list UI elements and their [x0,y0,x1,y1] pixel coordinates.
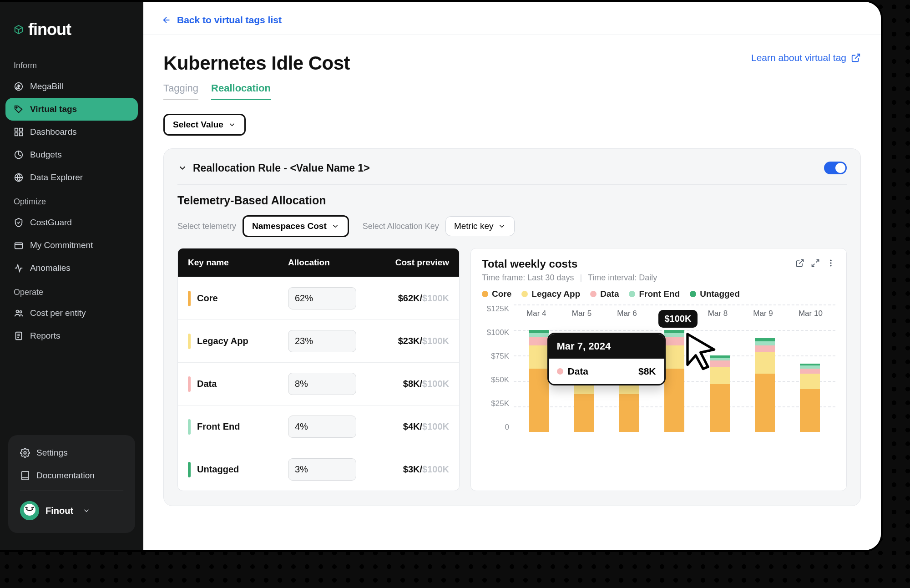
allocation-input[interactable] [288,287,356,309]
account-menu[interactable]: Finout [12,495,131,527]
tooltip-date: Mar 7, 2024 [549,334,664,359]
sidebar-item-budgets[interactable]: Budgets [0,143,143,166]
y-tick: 0 [482,423,509,432]
dashboards-icon [14,127,24,137]
bar-segment [529,369,549,432]
legend-label: Front End [639,289,680,299]
back-link[interactable]: Back to virtual tags list [143,2,881,35]
allocation-input[interactable] [288,330,356,352]
color-indicator [188,334,191,349]
rule-title-row[interactable]: Reallocation Rule - <Value Name 1> [177,162,370,174]
legend-label: Data [600,289,619,299]
allocation-key-label: Select Allocation Key [363,222,439,231]
bar-segment [619,394,639,432]
color-indicator [188,376,191,392]
telemetry-label: Select telemetry [177,222,236,231]
arrow-left-icon [162,15,172,25]
open-external-icon[interactable] [795,259,804,269]
sidebar-item-dashboards[interactable]: Dashboards [0,121,143,143]
bar-segment [800,389,820,432]
cursor-icon [679,330,720,371]
sidebar-item-megabill[interactable]: MegaBill [0,75,143,98]
y-tick: $75K [482,352,509,361]
legend-item[interactable]: Core [482,289,511,299]
telemetry-select[interactable]: Namespaces Cost [243,215,349,237]
allocation-input[interactable] [288,416,356,438]
sidebar-item-label: Dashboards [30,127,76,137]
cost-preview: $4K/$100K [379,421,449,432]
legend-item[interactable]: Legacy App [521,289,580,299]
chevron-down-icon [228,121,236,129]
data-explorer-icon [14,172,24,182]
bar-segment [800,369,820,374]
allocation-input[interactable] [288,373,356,395]
table-row: Data$8K/$100K [178,362,459,405]
sidebar-item-label: Budgets [30,150,62,160]
my-commitment-icon [14,240,24,250]
legend-swatch [590,291,597,297]
th-alloc: Allocation [288,258,379,268]
budgets-icon [14,150,24,160]
sidebar-item-data-explorer[interactable]: Data Explorer [0,166,143,189]
y-tick: $50K [482,375,509,385]
bar-segment [800,374,820,389]
sidebar-footer: Settings Documentation Finout [8,435,135,533]
main-content: Back to virtual tags list Kubernetes Idl… [143,2,881,550]
bar-segment [529,330,549,333]
key-name: Untagged [197,464,239,475]
allocation-input[interactable] [288,458,356,481]
book-icon [20,471,30,481]
chart-timeframe: Time frame: Last 30 days [482,273,574,282]
color-indicator [188,419,191,435]
sidebar-item-costguard[interactable]: CostGuard [0,211,143,234]
rule-toggle[interactable] [824,162,847,174]
sidebar-item-my-commitment[interactable]: My Commitment [0,234,143,257]
sidebar-item-cost-per-entity[interactable]: Cost per entity [0,302,143,324]
bar-segment [529,333,549,337]
select-value-dropdown[interactable]: Select Value [163,114,246,136]
sidebar-item-reports[interactable]: Reports [0,324,143,347]
key-cell: Legacy App [188,334,288,349]
sidebar-item-label: CostGuard [30,218,72,228]
legend-item[interactable]: Front End [629,289,680,299]
telemetry-value: Namespaces Cost [252,221,327,231]
settings-link[interactable]: Settings [12,441,131,464]
documentation-link[interactable]: Documentation [12,464,131,487]
sidebar-item-virtual-tags[interactable]: Virtual tags [5,98,138,121]
learn-link[interactable]: Learn about virtual tag [751,52,861,63]
chart-legend: CoreLegacy AppDataFront EndUntagged [482,289,835,299]
svg-rect-3 [20,128,22,131]
key-name: Core [197,293,218,304]
y-axis: $125K$100K$75K$50K$25K0 [482,304,514,432]
account-name: Finout [46,506,73,516]
learn-link-label: Learn about virtual tag [751,52,846,63]
page-title: Kubernetes Idle Cost [163,52,350,74]
bar-segment [755,374,775,432]
legend-item[interactable]: Untagged [690,289,740,299]
color-indicator [188,291,191,306]
svg-point-1 [16,107,17,108]
weekly-costs-chart: Total weekly costs Time frame: Last 30 d… [470,248,847,491]
more-icon[interactable] [826,259,835,269]
settings-label: Settings [36,448,68,458]
external-link-icon [851,53,861,63]
bar-column[interactable] [529,330,549,432]
tooltip-swatch [557,368,563,375]
sidebar-item-label: MegaBill [30,81,63,91]
svg-point-10 [20,311,22,313]
tab-reallocation[interactable]: Reallocation [211,82,271,100]
bar-segment [529,345,549,369]
bar-column[interactable] [755,338,775,432]
chevron-down-icon [81,506,91,516]
expand-icon[interactable] [811,259,820,269]
legend-item[interactable]: Data [590,289,619,299]
legend-swatch [690,291,696,297]
bar-column[interactable] [800,364,820,432]
tab-tagging[interactable]: Tagging [163,82,198,100]
sidebar-item-anomalies[interactable]: Anomalies [0,257,143,279]
legend-label: Core [492,289,511,299]
gear-icon [20,448,30,458]
tooltip-key: Data [568,366,589,377]
allocation-key-select[interactable]: Metric key [445,216,515,236]
back-label: Back to virtual tags list [177,15,282,25]
